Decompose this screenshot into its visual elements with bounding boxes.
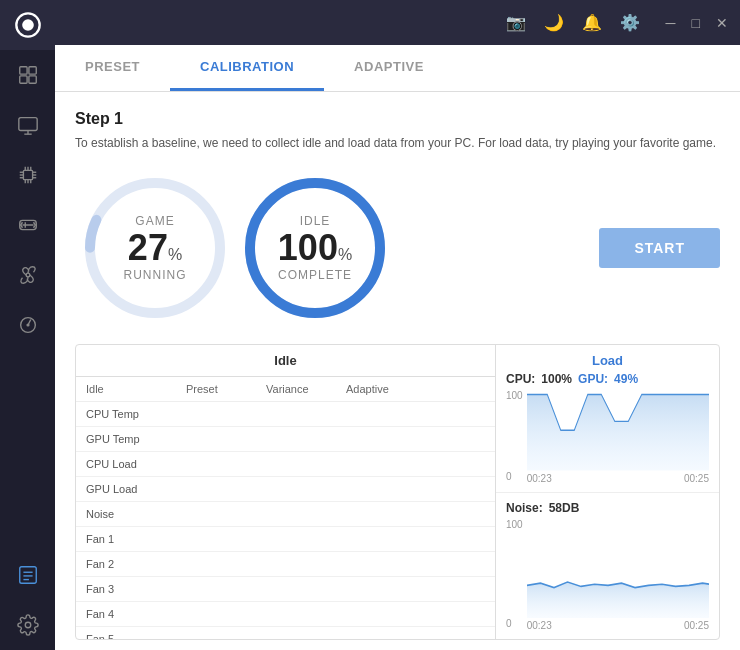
game-gauge-unit: %	[168, 246, 182, 263]
svg-rect-9	[23, 170, 32, 179]
tab-calibration[interactable]: CALIBRATION	[170, 45, 324, 91]
camera-icon-btn[interactable]: 📷	[506, 13, 526, 32]
svg-marker-34	[527, 394, 709, 470]
tabs-bar: PRESET CALIBRATION ADAPTIVE	[55, 45, 740, 92]
main-area: 📷 🌙 🔔 ⚙️ ─ □ ✕ PRESET CALIBRATION ADAPTI…	[55, 0, 740, 650]
charts-panel: Load CPU: 100% GPU: 49% 100 0	[496, 345, 719, 639]
row-fan3: Fan 3	[86, 583, 186, 595]
sidebar-item-fan[interactable]	[0, 250, 55, 300]
sidebar-item-dashboard[interactable]	[0, 50, 55, 100]
row-fan1: Fan 1	[86, 533, 186, 545]
game-gauge-value: 27%	[124, 228, 187, 268]
noise-y-min: 0	[506, 618, 523, 629]
sidebar-item-speed[interactable]	[0, 300, 55, 350]
load-chart-svg	[527, 390, 709, 471]
cpu-value: 100%	[541, 372, 572, 386]
row-fan5: Fan 5	[86, 633, 186, 639]
gauges-section: GAME 27% RUNNING IDLE 100%	[75, 168, 720, 328]
step-description: To establish a baseline, we need to coll…	[75, 134, 720, 152]
close-button[interactable]: ✕	[716, 15, 728, 31]
table-row: Fan 5	[76, 627, 495, 639]
noise-value: 58DB	[549, 501, 580, 515]
row-fan4: Fan 4	[86, 608, 186, 620]
window-controls: ─ □ ✕	[666, 15, 728, 31]
col-header-adaptive: Adaptive	[346, 383, 426, 395]
svg-point-29	[25, 622, 31, 628]
idle-gauge-sub: COMPLETE	[278, 268, 352, 282]
load-x-start: 00:23	[527, 473, 552, 484]
load-chart-wrapper	[527, 390, 709, 471]
table-row: CPU Load	[76, 452, 495, 477]
noise-y-max: 100	[506, 519, 523, 530]
speed-icon	[17, 314, 39, 336]
load-x-end: 00:25	[684, 473, 709, 484]
game-gauge-sub: RUNNING	[124, 268, 187, 282]
noise-chart-section: Noise: 58DB 100 0	[496, 493, 719, 640]
noise-chart-svg	[527, 519, 709, 619]
sidebar-item-settings[interactable]	[0, 600, 55, 650]
cpu-icon	[17, 164, 39, 186]
load-chart-title: Load	[506, 353, 709, 368]
svg-rect-4	[19, 76, 26, 83]
start-button[interactable]: START	[599, 228, 720, 268]
svg-rect-5	[28, 76, 35, 83]
table-panel: Idle Idle Preset Variance Adaptive CPU T…	[76, 345, 496, 639]
svg-rect-3	[28, 67, 35, 74]
gamepad-icon	[17, 214, 39, 236]
idle-gauge-value: 100%	[278, 228, 352, 268]
sidebar-item-gamepad[interactable]	[0, 200, 55, 250]
idle-gauge-content: IDLE 100% COMPLETE	[278, 214, 352, 282]
main-content: Step 1 To establish a baseline, we need …	[55, 92, 740, 650]
sidebar-logo	[0, 0, 55, 50]
step-title: Step 1	[75, 110, 720, 128]
table-row: GPU Load	[76, 477, 495, 502]
noise-x-start: 00:23	[527, 620, 552, 631]
tab-preset[interactable]: PRESET	[55, 45, 170, 91]
monitor-icon	[17, 114, 39, 136]
table-row: Fan 3	[76, 577, 495, 602]
minimize-button[interactable]: ─	[666, 15, 676, 31]
sidebar	[0, 0, 55, 650]
maximize-button[interactable]: □	[692, 15, 700, 31]
row-noise: Noise	[86, 508, 186, 520]
idle-gauge: IDLE 100% COMPLETE	[235, 168, 395, 328]
gpu-value: 49%	[614, 372, 638, 386]
load-chart-header: CPU: 100% GPU: 49%	[506, 372, 709, 386]
moon-icon-btn[interactable]: 🌙	[544, 13, 564, 32]
svg-rect-6	[18, 118, 36, 131]
table-row: GPU Temp	[76, 427, 495, 452]
logo-icon	[14, 11, 42, 39]
titlebar: 📷 🌙 🔔 ⚙️ ─ □ ✕	[55, 0, 740, 45]
idle-gauge-label: IDLE	[278, 214, 352, 228]
col-header-preset: Preset	[186, 383, 266, 395]
load-chart-section: Load CPU: 100% GPU: 49% 100 0	[496, 345, 719, 493]
dashboard-icon	[17, 64, 39, 86]
table-row: Noise	[76, 502, 495, 527]
sidebar-item-cpu[interactable]	[0, 150, 55, 200]
svg-rect-2	[19, 67, 26, 74]
bottom-section: Idle Idle Preset Variance Adaptive CPU T…	[75, 344, 720, 640]
game-gauge-label: GAME	[124, 214, 187, 228]
svg-point-24	[27, 324, 29, 326]
noise-chart-x-labels: 00:23 00:25	[527, 620, 709, 631]
idle-gauge-unit: %	[338, 246, 352, 263]
tab-adaptive[interactable]: ADAPTIVE	[324, 45, 454, 91]
noise-chart-header: Noise: 58DB	[506, 501, 709, 515]
load-y-min: 0	[506, 471, 523, 482]
row-cpu-load: CPU Load	[86, 458, 186, 470]
gear-icon-btn[interactable]: ⚙️	[620, 13, 640, 32]
svg-point-23	[26, 273, 30, 277]
table-body: CPU Temp GPU Temp CPU Load GPU Load Nois…	[76, 402, 495, 639]
gpu-label: GPU:	[578, 372, 608, 386]
table-row: Fan 2	[76, 552, 495, 577]
col-header-variance: Variance	[266, 383, 346, 395]
sidebar-item-checklist[interactable]	[0, 550, 55, 600]
sidebar-item-monitor[interactable]	[0, 100, 55, 150]
row-fan2: Fan 2	[86, 558, 186, 570]
game-gauge-content: GAME 27% RUNNING	[124, 214, 187, 282]
bell-icon-btn[interactable]: 🔔	[582, 13, 602, 32]
svg-rect-25	[19, 567, 36, 584]
checklist-icon	[17, 564, 39, 586]
game-gauge: GAME 27% RUNNING	[75, 168, 235, 328]
col-header-idle: Idle	[86, 383, 186, 395]
